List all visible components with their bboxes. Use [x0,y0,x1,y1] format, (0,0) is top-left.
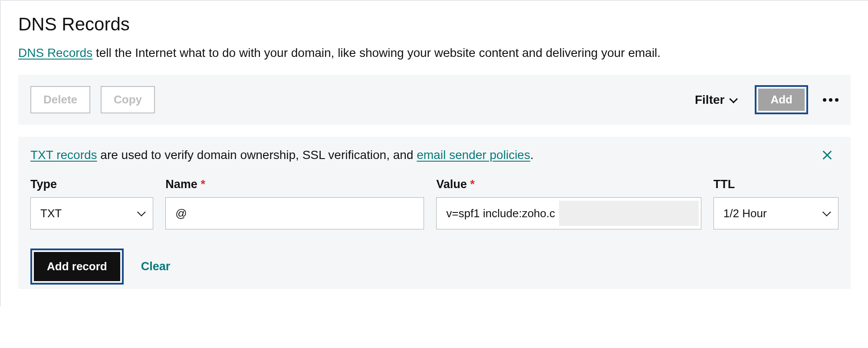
chevron-down-icon [137,208,146,216]
page-title: DNS Records [18,14,851,35]
value-field: Value * [436,178,701,229]
page-description-text: tell the Internet what to do with your d… [92,46,661,60]
close-icon[interactable] [821,149,833,161]
page-description: DNS Records tell the Internet what to do… [18,46,851,60]
filter-dropdown[interactable]: Filter [695,93,736,107]
type-label: Type [30,178,153,191]
value-input[interactable] [436,197,701,229]
form-info-end: . [530,148,534,162]
clear-button[interactable]: Clear [141,260,171,273]
add-record-form: TXT records are used to verify domain ow… [18,137,851,289]
name-field: Name * [165,178,424,229]
chevron-down-icon [730,94,738,103]
ttl-select[interactable]: 1/2 Hour [713,197,838,229]
ttl-field: TTL 1/2 Hour [713,178,838,229]
type-value: TXT [40,207,62,220]
add-record-button[interactable]: Add record [34,252,120,281]
name-input[interactable] [165,197,424,229]
txt-records-link[interactable]: TXT records [30,148,97,162]
dns-records-link[interactable]: DNS Records [18,46,92,60]
filter-label: Filter [695,93,724,107]
type-select[interactable]: TXT [30,197,153,229]
value-label: Value * [436,178,701,191]
add-button[interactable]: Add [758,89,805,111]
copy-button[interactable]: Copy [101,86,155,113]
ttl-label: TTL [713,178,838,191]
required-asterisk: * [470,178,475,191]
required-asterisk: * [201,178,205,191]
ttl-value: 1/2 Hour [723,207,767,220]
form-info-mid: are used to verify domain ownership, SSL… [97,148,417,162]
chevron-down-icon [822,208,831,216]
type-field: Type TXT [30,178,153,229]
toolbar: Delete Copy Filter Add [18,75,851,125]
add-record-button-highlight: Add record [30,249,124,285]
more-menu-icon[interactable] [823,94,838,106]
email-policies-link[interactable]: email sender policies [417,148,530,162]
delete-button[interactable]: Delete [30,86,90,113]
name-label: Name * [165,178,424,191]
form-info: TXT records are used to verify domain ow… [30,148,838,162]
add-button-highlight: Add [755,85,808,114]
